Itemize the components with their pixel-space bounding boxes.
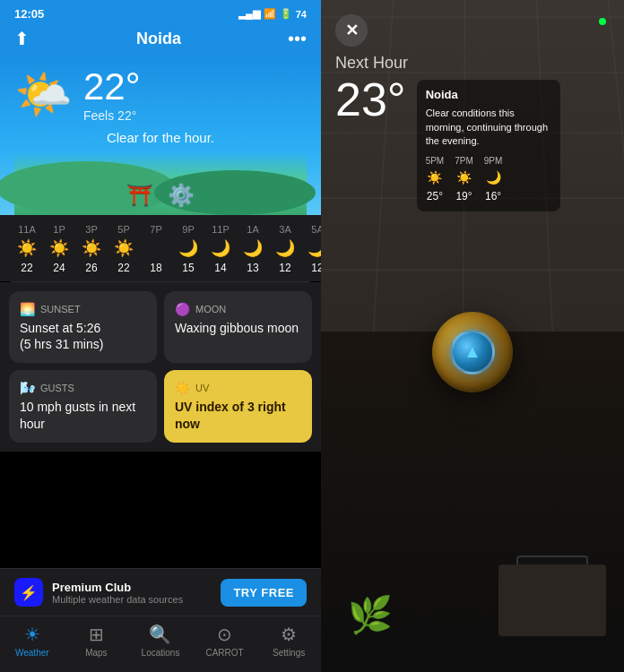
share-icon[interactable]: ⬆	[14, 28, 30, 49]
ar-hour-label: 5PM	[426, 155, 445, 168]
nav-item-settings[interactable]: ⚙ Settings	[266, 624, 311, 658]
nav-item-carrot[interactable]: ⊙ CARROT	[203, 624, 247, 658]
ar-ball-outer: ▲	[432, 312, 513, 392]
info-card-label: SUNSET	[40, 304, 81, 314]
hour-icon: 🌙	[275, 238, 295, 258]
hour-temp: 26	[85, 262, 97, 274]
landscape-icons: ⛩️ ⚙️	[126, 183, 195, 208]
hourly-scroll[interactable]: 11A ☀️ 22 1P ☀️ 24 3P ☀️ 26 5P ☀️ 22 7P …	[0, 224, 321, 274]
ar-next-hour-label: Next Hour	[335, 54, 610, 73]
nav-item-maps[interactable]: ⊞ Maps	[74, 624, 118, 658]
hour-icon: 🌙	[178, 238, 198, 258]
sun-icon: 🌤️	[14, 67, 73, 122]
hour-item: 11P 🌙 14	[204, 224, 237, 274]
ar-hourly-row: 5PM ☀️ 25° 7PM ☀️ 19° 9PM 🌙 16°	[426, 155, 551, 203]
hour-temp: 18	[150, 262, 161, 274]
hour-icon: ☀️	[82, 238, 101, 258]
left-panel: 12:05 ▂▄▆ 📶 🔋 74 ⬆ Noida ••• 🌤️ 22° Feel…	[0, 0, 321, 672]
ar-ball-inner: ▲	[450, 330, 495, 375]
hour-label: 1P	[53, 224, 65, 235]
nav-item-weather[interactable]: ☀ Weather	[10, 624, 55, 658]
ar-device: ▲	[432, 312, 513, 392]
status-icons: ▂▄▆ 📶 🔋 74	[238, 8, 307, 20]
desk	[498, 564, 606, 636]
info-card-header: 🌬️ GUSTS	[20, 381, 146, 395]
nav-icon-weather: ☀	[24, 624, 40, 645]
nav-item-locations[interactable]: 🔍 Locations	[138, 624, 183, 658]
battery-icon: 🔋	[280, 8, 292, 20]
info-card-label: GUSTS	[40, 383, 74, 393]
battery-level: 74	[296, 9, 307, 20]
temperature: 22°	[83, 65, 141, 108]
ar-condition: Clear conditions this morning, continuin…	[426, 107, 551, 148]
info-cards: 🌅 SUNSET Sunset at 5:26(5 hrs 31 mins) 🟣…	[0, 282, 321, 452]
more-icon[interactable]: •••	[288, 29, 307, 49]
nav-label-weather: Weather	[15, 648, 49, 658]
weather-main: 🌤️ 22° Feels 22°	[14, 65, 307, 126]
hour-icon: ☀️	[114, 238, 134, 258]
ar-hour-label: 7PM	[455, 155, 473, 168]
info-card: 🌬️ GUSTS 10 mph gusts in next hour	[9, 370, 157, 442]
info-card-value: Waxing gibbous moon	[175, 320, 301, 336]
plant-icon: 🌿	[348, 594, 393, 636]
hour-temp: 22	[117, 262, 129, 274]
header: ⬆ Noida •••	[0, 24, 321, 56]
hour-icon: ☀️	[17, 238, 37, 258]
hour-icon: 🌙	[308, 238, 321, 258]
settings-icon[interactable]: ⚙️	[168, 183, 195, 208]
info-card-header: ☀️ UV	[175, 381, 301, 395]
close-icon: ✕	[345, 21, 359, 40]
wifi-icon: 📶	[264, 8, 276, 20]
hour-label: 5P	[117, 224, 129, 235]
ar-hour-item: 9PM 🌙 16°	[484, 155, 503, 203]
try-free-button[interactable]: TRY FREE	[221, 579, 307, 607]
ar-info-box: Noida Clear conditions this morning, con…	[417, 80, 560, 211]
hour-item: 3A 🌙 12	[269, 224, 301, 274]
hour-label: 1A	[247, 224, 258, 235]
hour-label: 3P	[85, 224, 97, 235]
close-button[interactable]: ✕	[335, 14, 368, 47]
info-card: ☀️ UV UV index of 3 right now	[164, 370, 312, 442]
hour-label: 3A	[279, 224, 290, 235]
nav-icon-settings: ⚙	[281, 624, 297, 645]
hour-item: 11A ☀️ 22	[11, 224, 43, 274]
hour-item: 1A 🌙 13	[237, 224, 269, 274]
info-card-header: 🌅 SUNSET	[20, 302, 146, 316]
nav-label-maps: Maps	[85, 648, 107, 658]
feels-like: Feels 22°	[83, 108, 141, 123]
nav-label-settings: Settings	[273, 648, 305, 658]
hour-item: 5A 🌙 12	[301, 224, 321, 274]
hour-item: 9P 🌙 15	[172, 224, 204, 274]
ar-hour-item: 7PM ☀️ 19°	[455, 155, 473, 203]
hour-temp: 14	[214, 262, 226, 274]
ar-hour-label: 9PM	[484, 155, 503, 168]
city-title: Noida	[136, 30, 181, 48]
hour-label: 9P	[182, 224, 194, 235]
time: 12:05	[14, 7, 44, 21]
hour-label: 11A	[18, 224, 36, 235]
info-card-icon: ☀️	[175, 381, 190, 395]
condition-text: Clear for the hour.	[14, 126, 307, 152]
info-card-icon: 🌬️	[20, 381, 35, 395]
hour-icon: 🌙	[211, 238, 230, 258]
nav-label-carrot: CARROT	[205, 648, 243, 658]
ar-hour-temp: 16°	[485, 189, 501, 204]
info-card-icon: 🟣	[175, 302, 190, 316]
info-card-label: MOON	[195, 304, 226, 314]
ar-hour-item: 5PM ☀️ 25°	[426, 155, 445, 203]
green-dot	[599, 18, 606, 25]
hour-label: 5A	[311, 224, 321, 235]
hour-label: 11P	[212, 224, 230, 235]
premium-subtitle: Multiple weather data sources	[52, 594, 212, 605]
nav-icon-carrot: ⊙	[217, 624, 232, 645]
hour-item: 7P 18	[140, 224, 172, 274]
hour-icon: ☀️	[49, 238, 69, 258]
bottom-nav: ☀ Weather ⊞ Maps 🔍 Locations ⊙ CARROT ⚙ …	[0, 616, 321, 672]
info-card-value: Sunset at 5:26(5 hrs 31 mins)	[20, 320, 146, 352]
hour-temp: 15	[182, 262, 194, 274]
hour-temp: 22	[21, 262, 32, 274]
info-card-value: UV index of 3 right now	[175, 399, 301, 431]
weather-hero: 🌤️ 22° Feels 22° Clear for the hour. ⛩️ …	[0, 56, 321, 215]
info-card: 🟣 MOON Waxing gibbous moon	[164, 291, 312, 363]
ar-city: Noida	[426, 87, 551, 103]
